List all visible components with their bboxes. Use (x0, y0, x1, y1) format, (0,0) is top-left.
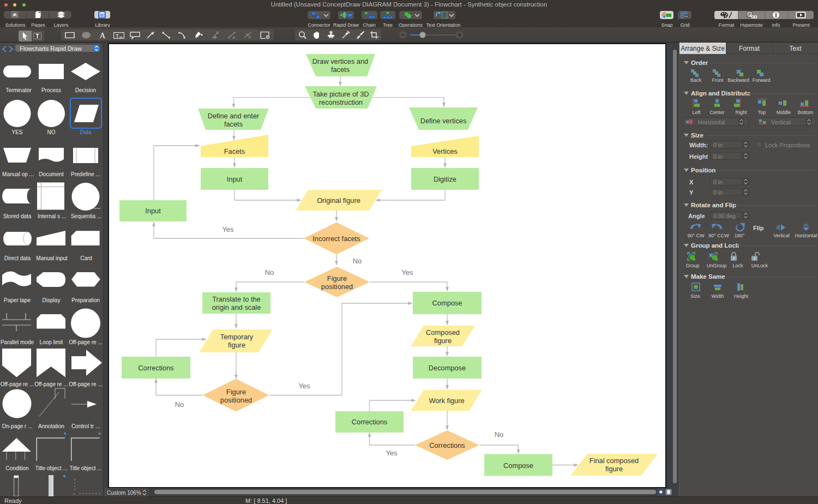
svg-text:Control tr ...: Control tr ... (71, 423, 100, 429)
svg-text:Yes: Yes (222, 225, 234, 233)
svg-text:No: No (353, 257, 362, 265)
svg-text:Original figure: Original figure (317, 196, 360, 205)
svg-text:Draw vertices and: Draw vertices and (312, 57, 368, 65)
svg-text:Define vertices: Define vertices (420, 117, 467, 125)
svg-text:YES: YES (11, 129, 22, 135)
svg-text:Work figure: Work figure (429, 397, 464, 405)
svg-text:Display: Display (43, 297, 61, 303)
svg-text:figure: figure (605, 465, 623, 473)
svg-text:No: No (495, 430, 504, 439)
svg-text:Paper tape: Paper tape (4, 297, 31, 303)
svg-text:Figure: Figure (226, 388, 246, 396)
svg-text:origin and scale: origin and scale (212, 303, 261, 311)
svg-text:Vertices: Vertices (432, 147, 458, 155)
svg-text:Yes: Yes (298, 382, 310, 390)
svg-text:Yes: Yes (401, 268, 413, 277)
svg-text:Title object ...: Title object ... (69, 465, 101, 471)
svg-text:Manual input: Manual input (36, 255, 67, 261)
svg-text:Sequentia ...: Sequentia ... (71, 213, 101, 219)
svg-text:Digitize: Digitize (434, 175, 456, 183)
svg-text:Define and enter: Define and enter (208, 112, 260, 120)
svg-text:Document: Document (39, 171, 64, 177)
svg-text:Loop limit: Loop limit (40, 339, 63, 345)
svg-text:reconstruction: reconstruction (319, 98, 363, 106)
svg-text:Corrections: Corrections (429, 441, 465, 449)
svg-text:Internal s ...: Internal s ... (38, 213, 66, 219)
svg-text:facets: facets (331, 65, 350, 74)
svg-text:Off-page re ...: Off-page re ... (34, 381, 68, 387)
svg-text:No: No (175, 400, 184, 409)
svg-text:Take picture of 3D: Take picture of 3D (312, 90, 369, 98)
svg-text:Manual op ...: Manual op ... (2, 171, 34, 177)
svg-text:Corrections: Corrections (138, 364, 173, 372)
svg-text:Preparation: Preparation (71, 297, 100, 303)
svg-text:Temporary: Temporary (220, 333, 254, 341)
svg-text:Figure: Figure (327, 274, 347, 283)
svg-text:Off-page re ...: Off-page re ... (69, 339, 103, 345)
svg-text:Predefine ...: Predefine ... (71, 171, 100, 177)
svg-text:Final composed: Final composed (590, 457, 639, 465)
svg-text:Incorrect facets: Incorrect facets (312, 235, 360, 243)
svg-text:No: No (265, 268, 274, 277)
svg-text:facets: facets (224, 120, 243, 128)
svg-text:Input: Input (227, 175, 243, 183)
svg-text:figure: figure (434, 337, 452, 345)
svg-text:Compose: Compose (432, 299, 462, 307)
svg-text:On-page r ...: On-page r ... (2, 423, 32, 429)
svg-text:positioned: positioned (220, 396, 252, 404)
svg-text:Input: Input (145, 207, 161, 215)
svg-text:Process: Process (41, 87, 61, 93)
svg-text:Terminator: Terminator (5, 87, 32, 93)
svg-text:Corrections: Corrections (352, 418, 387, 426)
svg-text:Condition: Condition (5, 465, 28, 471)
svg-text:Title object ...: Title object ... (35, 465, 67, 471)
svg-text:Decompose: Decompose (429, 364, 466, 372)
svg-text:Stored data: Stored data (3, 213, 32, 219)
svg-text:Composed: Composed (426, 328, 460, 337)
svg-text:T: T (35, 33, 39, 39)
svg-text:Parallel mode: Parallel mode (1, 339, 34, 345)
svg-text:Data: Data (80, 129, 92, 135)
svg-text:T: T (116, 33, 119, 39)
svg-text:Off-page re ...: Off-page re ... (69, 381, 103, 387)
svg-text:Off-page re ...: Off-page re ... (1, 381, 34, 387)
svg-text:Compose: Compose (503, 461, 533, 470)
svg-text:figure: figure (228, 341, 245, 349)
svg-text:NO: NO (47, 129, 56, 135)
svg-text:A: A (100, 31, 106, 39)
svg-text:positioned: positioned (321, 283, 353, 291)
svg-text:Translate to the: Translate to the (212, 295, 260, 303)
svg-text:Decision: Decision (75, 87, 96, 93)
svg-text:Yes: Yes (386, 449, 398, 457)
svg-text:Facets: Facets (224, 147, 245, 155)
svg-text:Direct data: Direct data (4, 255, 31, 261)
svg-text:Annotation: Annotation (38, 423, 64, 429)
svg-text:Card: Card (80, 255, 92, 261)
